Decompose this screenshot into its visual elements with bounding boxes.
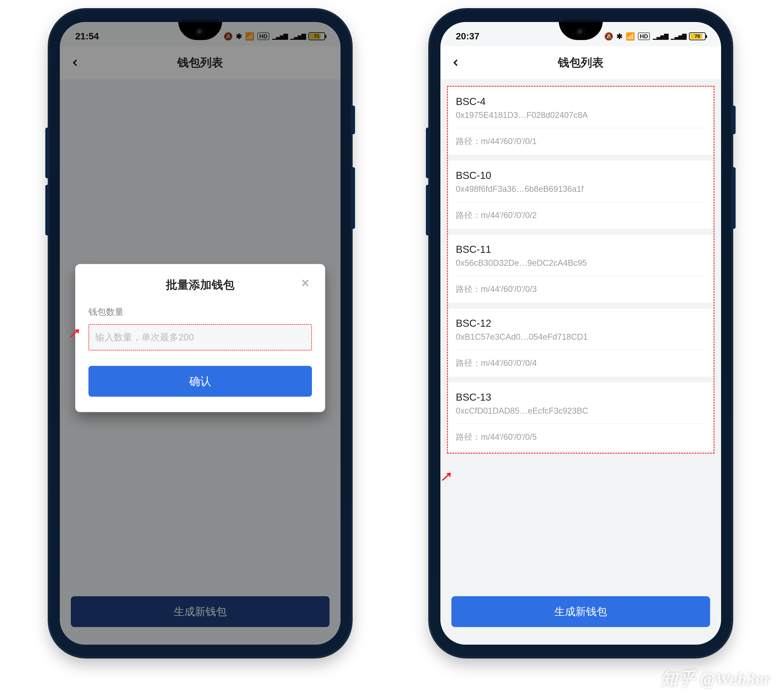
wallet-card[interactable]: BSC-110x56cB30D32De…9eDC2cA4Bc95路径：m/44'…: [448, 234, 713, 303]
wallet-card[interactable]: BSC-130xcCfD01DAD85…eEcfcF3c923BC路径：m/44…: [448, 382, 713, 451]
wallet-address: 0xB1C57e3CAd0…054eFd718CD1: [456, 332, 706, 342]
signal-2-icon: ▁▃▅▇: [671, 33, 686, 40]
wallet-name: BSC-11: [456, 243, 706, 255]
wallet-card[interactable]: BSC-100x498f6fdF3a36…6b8eB69136a1f路径：m/4…: [448, 161, 713, 229]
app-body: BSC-40x1975E4181D3…F028d02407c8A路径：m/44'…: [440, 79, 721, 644]
wallet-name: BSC-4: [456, 96, 706, 107]
volume-up-button[interactable]: [426, 128, 430, 178]
watermark: 知乎 @Web3er: [660, 667, 771, 690]
signal-1-icon: ▁▃▅▇: [653, 33, 668, 40]
status-time: 20:37: [456, 31, 479, 41]
wallet-path: 路径：m/44'/60'/0'/0/4: [456, 350, 706, 377]
mute-icon: 🔕: [604, 32, 613, 41]
wallet-path: 路径：m/44'/60'/0'/0/3: [456, 276, 706, 303]
power-button[interactable]: [351, 167, 355, 229]
wallet-address: 0x1975E4181D3…F028d02407c8A: [456, 110, 706, 120]
wallet-list[interactable]: BSC-40x1975E4181D3…F028d02407c8A路径：m/44'…: [447, 86, 715, 454]
phone-right: 20:37 🔕 ✱ 📶 HD ▁▃▅▇ ▁▃▅▇ 78: [429, 9, 733, 658]
generate-wallet-label: 生成新钱包: [554, 605, 607, 619]
hd-icon: HD: [638, 33, 650, 40]
modal-title: 批量添加钱包: [166, 278, 234, 291]
quantity-input-highlight: [89, 324, 312, 351]
wallet-list-highlight: BSC-40x1975E4181D3…F028d02407c8A路径：m/44'…: [447, 86, 715, 583]
side-button[interactable]: [732, 105, 736, 134]
battery-icon: 78: [689, 32, 706, 40]
quantity-input[interactable]: [95, 332, 305, 343]
confirm-label: 确认: [189, 374, 211, 389]
generate-wallet-button[interactable]: 生成新钱包: [451, 596, 710, 627]
wallet-path: 路径：m/44'/60'/0'/0/1: [456, 128, 706, 155]
wallet-address: 0x498f6fdF3a36…6b8eB69136a1f: [456, 185, 706, 194]
volume-down-button[interactable]: [426, 185, 430, 236]
wallet-card[interactable]: BSC-40x1975E4181D3…F028d02407c8A路径：m/44'…: [448, 87, 713, 155]
close-icon[interactable]: [299, 277, 312, 290]
bluetooth-icon: ✱: [616, 32, 623, 41]
wallet-name: BSC-13: [456, 391, 706, 403]
list-gap: [448, 377, 713, 382]
wallet-address: 0x56cB30D32De…9eDC2cA4Bc95: [456, 258, 706, 268]
list-gap: [448, 303, 713, 308]
quantity-label: 钱包数量: [89, 306, 312, 318]
volume-down-button[interactable]: [45, 185, 49, 236]
screen-left: 21:54 🔕 ✱ 📶 HD ▁▃▅▇ ▁▃▅▇ 71: [60, 22, 341, 644]
back-button[interactable]: [448, 55, 464, 71]
screen-right: 20:37 🔕 ✱ 📶 HD ▁▃▅▇ ▁▃▅▇ 78: [440, 22, 721, 644]
wallet-path: 路径：m/44'/60'/0'/0/2: [456, 202, 706, 229]
wifi-icon: 📶: [626, 32, 635, 41]
list-gap: [448, 229, 713, 234]
list-gap: [448, 155, 713, 161]
annotation-arrow-icon: [442, 471, 452, 481]
wallet-name: BSC-12: [456, 317, 706, 329]
annotation-arrow-icon: [70, 327, 80, 338]
wallet-path: 路径：m/44'/60'/0'/0/5: [456, 424, 706, 451]
volume-up-button[interactable]: [45, 128, 49, 178]
battery-percent: 78: [690, 33, 705, 40]
app-header: 钱包列表: [440, 46, 721, 79]
page-title: 钱包列表: [558, 55, 604, 71]
power-button[interactable]: [732, 167, 736, 229]
confirm-button[interactable]: 确认: [89, 366, 312, 397]
phone-left: 21:54 🔕 ✱ 📶 HD ▁▃▅▇ ▁▃▅▇ 71: [48, 9, 352, 658]
bulk-add-modal: 批量添加钱包 钱包数量 确认: [75, 264, 325, 412]
wallet-address: 0xcCfD01DAD85…eEcfcF3c923BC: [456, 406, 706, 415]
wallet-card[interactable]: BSC-120xB1C57e3CAd0…054eFd718CD1路径：m/44'…: [448, 308, 713, 377]
side-button[interactable]: [351, 105, 355, 134]
wallet-name: BSC-10: [456, 170, 706, 181]
